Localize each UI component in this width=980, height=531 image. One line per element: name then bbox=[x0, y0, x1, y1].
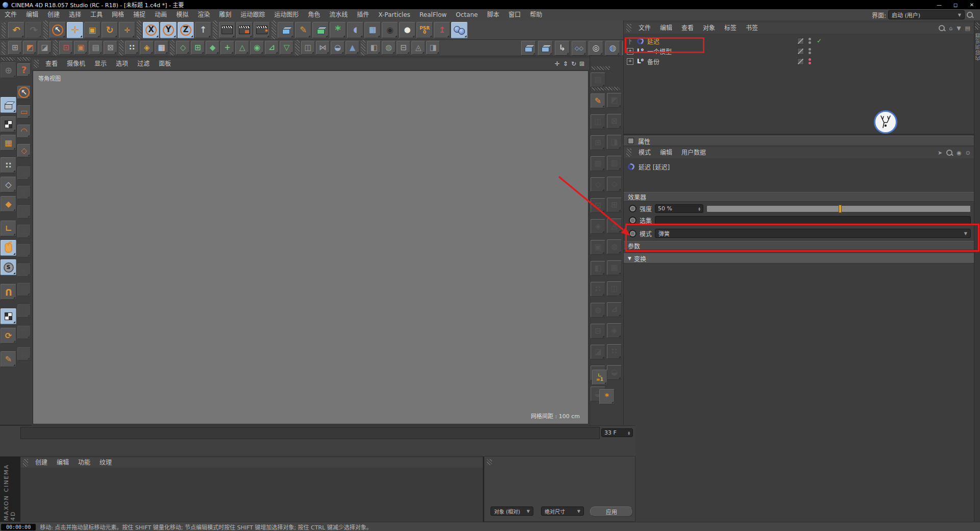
points-mode-button[interactable]: ∷ bbox=[1, 157, 16, 173]
object-label[interactable]: 一个模型 bbox=[647, 47, 672, 56]
layer-icon[interactable] bbox=[797, 38, 804, 44]
tool-button[interactable]: ◇ bbox=[176, 41, 190, 55]
current-frame-field[interactable]: 33 F▲▼ bbox=[601, 428, 633, 437]
dock-grip[interactable] bbox=[975, 22, 979, 30]
layout-icon[interactable]: ▤ bbox=[965, 25, 970, 32]
dock-tool-button[interactable]: ◧ bbox=[591, 261, 605, 276]
om-menu-文件[interactable]: 文件 bbox=[634, 23, 655, 34]
arrow-icon[interactable]: ➤ bbox=[938, 150, 942, 156]
pen-spline-tool-button[interactable]: ✎ bbox=[295, 22, 311, 38]
menu-创建[interactable]: 创建 bbox=[43, 10, 64, 20]
tool-button[interactable]: ▣ bbox=[17, 186, 31, 199]
enabled-check-icon[interactable]: ✓ bbox=[817, 37, 822, 44]
tool-button[interactable]: ⊠ bbox=[104, 41, 117, 55]
help-button[interactable]: ? bbox=[17, 63, 31, 77]
dock-tool-button[interactable]: ◍ bbox=[591, 303, 605, 318]
dock-tool-button[interactable]: ⊟ bbox=[591, 324, 605, 339]
move-tool-button[interactable]: ✛ bbox=[67, 22, 83, 38]
transform-section-header[interactable]: ▼变换 bbox=[624, 253, 974, 263]
dock-tool-button[interactable]: ⊡ bbox=[591, 198, 605, 213]
lasso-selection-button[interactable]: ◠ bbox=[17, 125, 31, 138]
texture-mode-button[interactable] bbox=[1, 116, 16, 132]
viewport-settings-gear-button[interactable]: * bbox=[599, 389, 615, 404]
workplane-l1-button[interactable]: ∟=1 bbox=[592, 370, 607, 385]
menu-雕刻[interactable]: 雕刻 bbox=[214, 10, 236, 20]
live-selection-button[interactable]: ↖ bbox=[17, 86, 31, 99]
dock-tool-button[interactable]: ◈ bbox=[607, 323, 622, 338]
render-settings-button[interactable]: * bbox=[254, 22, 270, 38]
toggle-layout-icon[interactable]: ⊞ bbox=[579, 60, 584, 67]
visibility-dots[interactable] bbox=[808, 58, 811, 64]
render-view-button[interactable] bbox=[219, 22, 235, 38]
toolbar-grip[interactable] bbox=[2, 41, 6, 55]
dock-tool-button[interactable]: ◨ bbox=[607, 135, 622, 150]
last-used-tool-button[interactable]: ✛ bbox=[119, 22, 135, 38]
tool-button[interactable]: ◩ bbox=[23, 41, 37, 55]
menu-窗口[interactable]: 窗口 bbox=[504, 10, 525, 20]
dock-tool-button[interactable]: ▥ bbox=[607, 156, 622, 171]
tool-button[interactable]: ⊡ bbox=[59, 41, 73, 55]
stepper-icon[interactable]: ▲▼ bbox=[696, 207, 700, 211]
coordinate-system-button[interactable]: ↑ bbox=[195, 22, 211, 38]
scale-tool-button[interactable]: ▣ bbox=[84, 22, 101, 38]
dolly-view-icon[interactable]: ⇕ bbox=[563, 60, 568, 67]
menu-模拟[interactable]: 模拟 bbox=[172, 10, 193, 20]
dock-tool-button[interactable]: ⊿ bbox=[607, 302, 622, 317]
dock-tool-button[interactable]: ◈ bbox=[591, 219, 605, 234]
palette-grip[interactable] bbox=[17, 57, 31, 61]
apply-button[interactable]: 应用 bbox=[590, 506, 633, 517]
object-label[interactable]: 延迟 bbox=[647, 37, 659, 45]
dock-tool-button[interactable]: ▦ bbox=[607, 260, 622, 275]
tool-button[interactable]: ⊟ bbox=[397, 41, 410, 55]
browse-mode-button[interactable]: ⊕ bbox=[1, 62, 16, 78]
menu-网格[interactable]: 网格 bbox=[107, 10, 129, 20]
hierarchy-tool-button[interactable]: ↳ bbox=[555, 41, 570, 56]
dock-tool-button[interactable]: ∷ bbox=[591, 282, 605, 297]
menu-X-Particles[interactable]: X-Particles bbox=[374, 10, 415, 20]
viewport-menu-摄像机[interactable]: 摄像机 bbox=[62, 59, 90, 69]
target-tool-button[interactable]: ◎ bbox=[589, 41, 603, 56]
attr-menu-用户数据[interactable]: 用户数据 bbox=[677, 148, 710, 158]
dock-tool-button[interactable]: ◇ bbox=[607, 177, 622, 191]
viewport-menu-选项[interactable]: 选项 bbox=[111, 59, 133, 69]
menu-渲染[interactable]: 渲染 bbox=[193, 10, 214, 20]
keyframe-dot[interactable] bbox=[629, 216, 636, 224]
close-button[interactable]: ✕ bbox=[964, 0, 980, 9]
strength-field[interactable]: 50 %▲▼ bbox=[655, 204, 703, 213]
tool-button[interactable]: ⊞ bbox=[8, 41, 22, 55]
viewport-menu-过滤[interactable]: 过滤 bbox=[133, 59, 154, 69]
tool-button[interactable]: ⋈ bbox=[316, 41, 330, 55]
lock-y-axis-button[interactable]: Y bbox=[160, 22, 177, 38]
panel-grip[interactable] bbox=[23, 459, 28, 467]
menu-运动图形[interactable]: 运动图形 bbox=[270, 10, 303, 20]
paint-tool-button[interactable]: ✎ bbox=[1, 351, 16, 367]
dock-tool-button[interactable]: ◇ bbox=[591, 177, 605, 192]
viewport-menu-面板[interactable]: 面板 bbox=[154, 59, 176, 69]
subdivision-surface-button[interactable] bbox=[312, 22, 329, 38]
menu-文件[interactable]: 文件 bbox=[0, 10, 21, 20]
keyframe-dot[interactable] bbox=[629, 205, 636, 212]
dock-tool-button[interactable]: ⊠ bbox=[607, 114, 622, 129]
live-selection-tool-button[interactable]: ↖ bbox=[50, 22, 66, 38]
slider-handle[interactable] bbox=[839, 205, 842, 213]
rotate-tool-button[interactable]: ↻ bbox=[102, 22, 118, 38]
tool-button[interactable]: ▲ bbox=[346, 41, 359, 55]
tool-button[interactable]: ◍ bbox=[17, 283, 31, 296]
polygon-selection-button[interactable]: ◇ bbox=[17, 144, 31, 157]
om-menu-对象[interactable]: 对象 bbox=[698, 23, 720, 34]
magnet-snap-button[interactable]: U bbox=[1, 284, 16, 300]
menu-运动跟踪[interactable]: 运动跟踪 bbox=[236, 10, 270, 20]
home-icon[interactable]: ⌂ bbox=[949, 25, 952, 32]
polygons-mode-button[interactable]: ◆ bbox=[1, 196, 16, 212]
object-row[interactable]: ├延迟✓ bbox=[624, 36, 974, 46]
deformer-object-button[interactable]: ◖ bbox=[347, 22, 363, 38]
attr-menu-编辑[interactable]: 编辑 bbox=[655, 148, 677, 158]
lock-z-axis-button[interactable]: Z bbox=[178, 22, 194, 38]
material-menu-功能[interactable]: 功能 bbox=[74, 457, 95, 468]
menu-流水线[interactable]: 流水线 bbox=[325, 10, 352, 20]
tool-button[interactable]: △ bbox=[235, 41, 249, 55]
uv-mode-button[interactable]: ▦ bbox=[1, 135, 16, 151]
coord-mode-dropdown[interactable]: 对象 (相对)▼ bbox=[491, 506, 533, 516]
om-menu-查看[interactable]: 查看 bbox=[677, 23, 698, 34]
undo-button[interactable]: ↶ bbox=[8, 22, 24, 38]
